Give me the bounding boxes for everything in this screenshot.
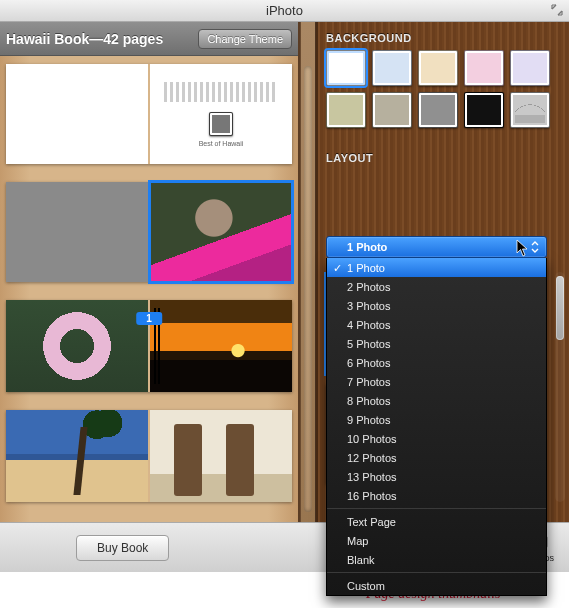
pages-pane: Hawaii Book—42 pages Change Theme Best o… <box>0 22 300 522</box>
dd-item[interactable]: 8 Photos <box>327 391 546 410</box>
titlebar: iPhoto <box>0 0 569 22</box>
page-5[interactable] <box>150 410 292 502</box>
dd-item[interactable]: 10 Photos <box>327 429 546 448</box>
cover-caption: Best of Hawaii <box>199 140 244 147</box>
page-4[interactable] <box>6 410 148 502</box>
scroll-knob[interactable] <box>556 276 564 340</box>
dd-item[interactable]: 2 Photos <box>327 277 546 296</box>
page-cover-back[interactable] <box>6 64 148 164</box>
dd-item[interactable]: 5 Photos <box>327 334 546 353</box>
swatch-lavender[interactable] <box>510 50 550 86</box>
swatch-pink[interactable] <box>464 50 504 86</box>
dd-item[interactable]: 13 Photos <box>327 467 546 486</box>
window: iPhoto Hawaii Book—42 pages Change Theme… <box>0 0 569 608</box>
page-3[interactable] <box>150 300 292 392</box>
chevron-updown-icon <box>530 240 540 256</box>
layout-scrollbar[interactable] <box>555 272 565 502</box>
swatch-black[interactable] <box>464 92 504 128</box>
swatch-lightblue[interactable] <box>372 50 412 86</box>
page-cover-front[interactable]: Best of Hawaii <box>150 64 292 164</box>
layout-label: LAYOUT <box>316 134 569 170</box>
layout-dropdown[interactable]: 1 Photo 1 Photo 2 Photos 3 Photos 4 Phot… <box>326 236 547 596</box>
swatch-bridge-pattern[interactable] <box>510 92 550 128</box>
swatch-taupe[interactable] <box>372 92 412 128</box>
dd-item[interactable]: 9 Photos <box>327 410 546 429</box>
page-number-badge: 1 <box>136 312 162 325</box>
design-panel: BACKGROUND LAYOUT <box>316 22 569 522</box>
pages-scroll[interactable]: Best of Hawaii 1 <box>0 56 298 522</box>
swatch-white[interactable] <box>326 50 366 86</box>
cursor-icon <box>516 239 530 259</box>
pane-divider[interactable] <box>300 22 316 522</box>
background-swatches-row2 <box>316 92 569 134</box>
dd-separator <box>327 508 546 509</box>
page-0[interactable] <box>6 182 148 282</box>
layout-dropdown-list: 1 Photo 2 Photos 3 Photos 4 Photos 5 Pho… <box>326 258 547 596</box>
swatch-cream[interactable] <box>418 50 458 86</box>
dd-item[interactable]: Blank <box>327 550 546 569</box>
book-title: Hawaii Book—42 pages <box>6 31 163 47</box>
dd-item[interactable]: 1 Photo <box>327 258 546 277</box>
page-2[interactable] <box>6 300 148 392</box>
swatch-grey[interactable] <box>418 92 458 128</box>
swatch-olive[interactable] <box>326 92 366 128</box>
dd-item[interactable]: 16 Photos <box>327 486 546 505</box>
app-title: iPhoto <box>266 3 303 18</box>
expand-icon[interactable] <box>551 4 563 16</box>
buy-book-button[interactable]: Buy Book <box>76 535 169 561</box>
content: Hawaii Book—42 pages Change Theme Best o… <box>0 22 569 522</box>
dd-item[interactable]: Map <box>327 531 546 550</box>
spread-cover[interactable]: Best of Hawaii <box>6 64 292 164</box>
layout-dropdown-selected: 1 Photo <box>347 241 387 253</box>
dd-separator <box>327 572 546 573</box>
dd-item[interactable]: 7 Photos <box>327 372 546 391</box>
spread-1[interactable] <box>6 182 292 282</box>
dd-item-custom[interactable]: Custom <box>327 576 546 595</box>
dd-item[interactable]: 12 Photos <box>327 448 546 467</box>
dd-item[interactable]: 6 Photos <box>327 353 546 372</box>
left-header: Hawaii Book—42 pages Change Theme <box>0 22 298 56</box>
layout-dropdown-header[interactable]: 1 Photo <box>326 236 547 258</box>
background-swatches-row1 <box>316 50 569 92</box>
spread-3[interactable] <box>6 410 292 502</box>
page-1[interactable] <box>150 182 292 282</box>
change-theme-button[interactable]: Change Theme <box>198 29 292 49</box>
dd-item[interactable]: Text Page <box>327 512 546 531</box>
background-label: BACKGROUND <box>316 22 569 50</box>
dd-item[interactable]: 3 Photos <box>327 296 546 315</box>
dd-item[interactable]: 4 Photos <box>327 315 546 334</box>
